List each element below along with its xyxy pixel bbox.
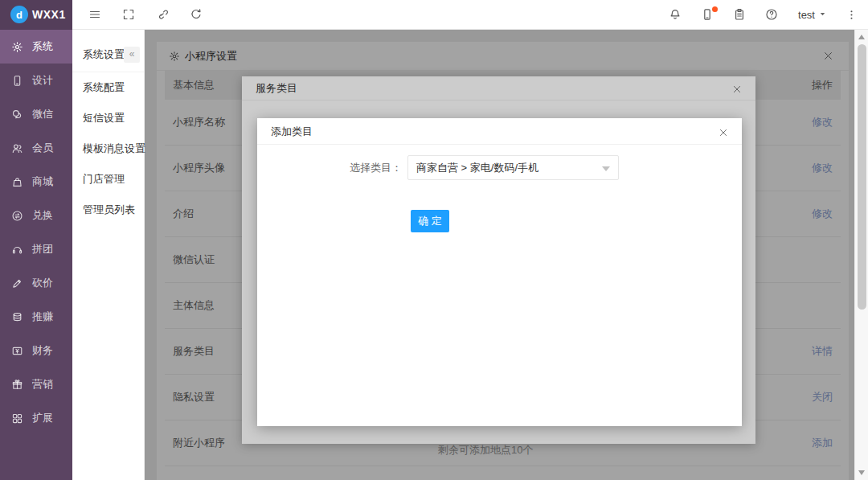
scroll-up-arrow[interactable] (858, 35, 865, 39)
sidebar-item-design[interactable]: 设计 (0, 64, 72, 97)
coins-icon (11, 311, 23, 323)
sidebar-item-group-buy[interactable]: 拼团 (0, 232, 72, 266)
logo[interactable]: d WXX1 (0, 0, 72, 30)
exchange-icon (11, 210, 23, 222)
notification-bell-icon[interactable] (659, 0, 691, 29)
sidebar-item-label: 推赚 (32, 310, 53, 324)
mobile-icon (11, 75, 23, 87)
clipboard-icon[interactable] (723, 0, 755, 29)
add-category-modal: 添加类目 选择类目： 商家自营 > 家电/数码/手机 确 定 (257, 118, 742, 426)
close-icon[interactable] (719, 126, 730, 137)
scroll-down-arrow[interactable] (858, 470, 865, 475)
gift-icon (11, 379, 23, 391)
sidebar-item-finance[interactable]: 财务 (0, 334, 72, 367)
help-icon[interactable] (755, 0, 788, 29)
sidebar-item-wechat[interactable]: 微信 (0, 97, 72, 131)
sidebar-item-bargain[interactable]: 砍价 (0, 266, 72, 300)
submenu-item-template-message-settings[interactable]: 模板消息设置 (72, 133, 144, 164)
vertical-scrollbar[interactable] (854, 30, 868, 480)
sidebar-item-commission[interactable]: 推赚 (0, 300, 72, 334)
sidebar-item-exchange[interactable]: 兑换 (0, 199, 72, 232)
grid-icon (11, 412, 23, 425)
caret-down-icon (818, 9, 827, 21)
sidebar-item-label: 砍价 (32, 276, 53, 290)
sidebar-collapse-button[interactable]: « (124, 47, 140, 63)
logo-icon: d (10, 6, 28, 23)
submenu-item-store-management[interactable]: 门店管理 (72, 164, 144, 195)
notification-badge (712, 6, 718, 12)
sidebar-item-label: 兑换 (32, 208, 53, 223)
sidebar-item-label: 财务 (32, 343, 53, 358)
secondary-sidebar-title: 系统设置 (83, 47, 125, 62)
submenu-item-sms-settings[interactable]: 短信设置 (72, 103, 144, 133)
secondary-sidebar-header: 系统设置 « (72, 30, 144, 72)
mobile-preview-icon[interactable] (691, 0, 723, 29)
fullscreen-icon[interactable] (112, 0, 145, 29)
modal-header: 添加类目 (257, 118, 742, 145)
users-icon (11, 142, 23, 154)
sidebar-item-label: 微信 (32, 107, 53, 121)
sidebar-item-label: 拼团 (32, 242, 53, 256)
sidebar-item-label: 设计 (32, 73, 53, 88)
sidebar-item-label: 营销 (32, 377, 53, 392)
primary-sidebar: 系统设计微信会员商城兑换拼团砍价推赚财务营销扩展 (0, 30, 72, 480)
sidebar-item-marketing[interactable]: 营销 (0, 367, 72, 401)
gear-icon (11, 41, 23, 53)
refresh-icon[interactable] (179, 0, 213, 29)
bargain-icon (11, 277, 23, 289)
sidebar-item-label: 会员 (32, 141, 53, 155)
sidebar-item-label: 扩展 (32, 411, 53, 425)
submenu-item-admin-list[interactable]: 管理员列表 (72, 195, 144, 225)
app-window: d WXX1 test 系统设计微信会员商城兑换拼团砍价推赚财务营销扩展 系统设… (0, 0, 868, 480)
confirm-button[interactable]: 确 定 (411, 210, 449, 232)
chevron-down-icon (602, 166, 610, 171)
finance-icon (11, 345, 23, 357)
sidebar-item-system[interactable]: 系统 (0, 30, 72, 64)
sidebar-item-mall[interactable]: 商城 (0, 165, 72, 199)
sidebar-item-label: 商城 (32, 174, 53, 189)
shop-icon (11, 176, 23, 188)
logo-text: WXX1 (32, 8, 66, 21)
more-options-icon[interactable] (837, 0, 865, 29)
submenu-item-system-config[interactable]: 系统配置 (72, 72, 144, 103)
headset-icon (11, 244, 23, 256)
secondary-sidebar: 系统设置 « 系统配置短信设置模板消息设置门店管理管理员列表 (72, 30, 145, 480)
sidebar-item-extension[interactable]: 扩展 (0, 401, 72, 435)
category-select[interactable]: 商家自营 > 家电/数码/手机 (407, 155, 619, 180)
user-menu-label: test (798, 9, 815, 21)
modal-title: 添加类目 (271, 118, 313, 145)
top-bar: d WXX1 test (0, 0, 868, 30)
category-select-value: 商家自营 > 家电/数码/手机 (416, 161, 538, 175)
link-icon[interactable] (145, 0, 179, 29)
user-menu[interactable]: test (788, 0, 837, 29)
scrollbar-thumb[interactable] (858, 44, 866, 310)
menu-toggle-icon[interactable] (78, 0, 112, 29)
sidebar-item-label: 系统 (32, 39, 53, 54)
wechat-icon (11, 109, 23, 121)
select-category-label: 选择类目： (289, 155, 402, 180)
sidebar-item-members[interactable]: 会员 (0, 131, 72, 165)
